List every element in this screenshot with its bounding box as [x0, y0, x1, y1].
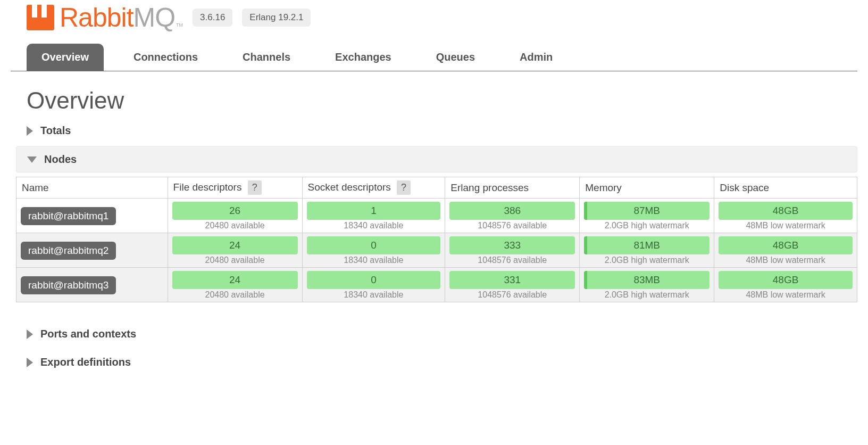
mem-cell: 83MB 2.0GB high watermark — [580, 268, 714, 302]
mem-sub: 2.0GB high watermark — [584, 221, 710, 230]
ep-cell: 386 1048576 available — [445, 199, 580, 233]
header: RabbitMQ TM 3.6.16 Erlang 19.2.1 — [11, 0, 857, 44]
tab-connections[interactable]: Connections — [119, 44, 213, 71]
sd-bar: 1 — [307, 202, 441, 220]
table-row: rabbit@rabbitmq1 26 20480 available 1 18… — [16, 199, 857, 233]
ep-cell: 333 1048576 available — [445, 233, 580, 268]
help-icon[interactable]: ? — [248, 180, 262, 195]
mem-cell: 87MB 2.0GB high watermark — [580, 199, 714, 233]
tab-exchanges[interactable]: Exchanges — [320, 44, 406, 71]
fd-sub: 20480 available — [172, 221, 298, 230]
disk-cell: 48GB 48MB low watermark — [714, 268, 857, 302]
tab-overview[interactable]: Overview — [27, 44, 104, 71]
section-ports: Ports and contexts — [16, 322, 857, 347]
sd-sub: 18340 available — [307, 256, 441, 265]
node-name-link[interactable]: rabbit@rabbitmq2 — [21, 242, 116, 260]
logo-text: RabbitMQ — [60, 2, 175, 33]
erlang-version-badge: Erlang 19.2.1 — [242, 9, 311, 27]
sd-bar: 0 — [307, 271, 441, 289]
mem-bar: 81MB — [584, 236, 710, 254]
node-name-link[interactable]: rabbit@rabbitmq1 — [21, 207, 116, 225]
version-badge: 3.6.16 — [193, 9, 232, 27]
col-disk-space[interactable]: Disk space — [714, 177, 857, 199]
fd-bar: 24 — [172, 236, 298, 254]
section-ports-header[interactable]: Ports and contexts — [16, 322, 857, 347]
tab-admin[interactable]: Admin — [505, 44, 567, 71]
chevron-right-icon — [27, 358, 33, 367]
section-totals: Totals — [16, 118, 857, 143]
col-fd-label: File descriptors — [173, 182, 242, 193]
sd-cell: 0 18340 available — [302, 233, 445, 268]
fd-bar: 24 — [172, 271, 298, 289]
disk-sub: 48MB low watermark — [719, 290, 853, 300]
mem-bar: 87MB — [584, 202, 710, 220]
page-title: Overview — [27, 87, 857, 114]
chevron-down-icon — [27, 156, 37, 163]
table-row: rabbit@rabbitmq2 24 20480 available 0 18… — [16, 233, 857, 268]
col-name[interactable]: Name — [16, 177, 168, 199]
mem-mark — [584, 271, 587, 289]
col-sd-label: Socket descriptors — [308, 182, 391, 193]
trademark-label: TM — [176, 22, 183, 28]
rabbitmq-logo-icon — [27, 5, 54, 30]
fd-bar: 26 — [172, 202, 298, 220]
ep-sub: 1048576 available — [449, 290, 575, 300]
col-socket-descriptors[interactable]: Socket descriptors ? — [302, 177, 445, 199]
section-nodes-header[interactable]: Nodes — [16, 146, 857, 172]
ep-sub: 1048576 available — [449, 221, 575, 230]
col-file-descriptors[interactable]: File descriptors ? — [168, 177, 302, 199]
mem-bar: 83MB — [584, 271, 710, 289]
section-totals-header[interactable]: Totals — [16, 118, 857, 143]
fd-sub: 20480 available — [172, 290, 298, 300]
fd-cell: 24 20480 available — [168, 233, 302, 268]
fd-cell: 26 20480 available — [168, 199, 302, 233]
disk-bar: 48GB — [719, 236, 853, 254]
mem-val: 87MB — [633, 205, 660, 216]
disk-sub: 48MB low watermark — [719, 221, 853, 230]
rabbitmq-logo[interactable]: RabbitMQ TM — [27, 2, 183, 33]
mem-val: 81MB — [633, 240, 660, 251]
section-nodes: Nodes — [16, 146, 857, 172]
fd-sub: 20480 available — [172, 256, 298, 265]
table-header-row: Name File descriptors ? Socket descripto… — [16, 177, 857, 199]
disk-cell: 48GB 48MB low watermark — [714, 233, 857, 268]
chevron-right-icon — [27, 126, 33, 136]
ep-bar: 386 — [449, 202, 575, 220]
mem-sub: 2.0GB high watermark — [584, 256, 710, 265]
mem-mark — [584, 236, 587, 254]
tab-queues[interactable]: Queues — [421, 44, 490, 71]
section-nodes-title: Nodes — [44, 153, 77, 166]
mem-sub: 2.0GB high watermark — [584, 290, 710, 300]
disk-bar: 48GB — [719, 202, 853, 220]
sd-sub: 18340 available — [307, 290, 441, 300]
sd-cell: 1 18340 available — [302, 199, 445, 233]
section-ports-title: Ports and contexts — [40, 328, 136, 340]
sd-cell: 0 18340 available — [302, 268, 445, 302]
ep-cell: 331 1048576 available — [445, 268, 580, 302]
sd-sub: 18340 available — [307, 221, 441, 230]
mem-mark — [584, 202, 587, 220]
table-row: rabbit@rabbitmq3 24 20480 available 0 18… — [16, 268, 857, 302]
section-export: Export definitions — [16, 350, 857, 375]
nodes-table: Name File descriptors ? Socket descripto… — [16, 177, 857, 302]
disk-sub: 48MB low watermark — [719, 256, 853, 265]
col-erlang-processes[interactable]: Erlang processes — [445, 177, 580, 199]
ep-bar: 331 — [449, 271, 575, 289]
section-export-header[interactable]: Export definitions — [16, 350, 857, 375]
node-name-link[interactable]: rabbit@rabbitmq3 — [21, 276, 116, 294]
ep-sub: 1048576 available — [449, 256, 575, 265]
help-icon[interactable]: ? — [397, 180, 411, 195]
section-export-title: Export definitions — [40, 356, 131, 368]
col-memory[interactable]: Memory — [580, 177, 714, 199]
disk-bar: 48GB — [719, 271, 853, 289]
sd-bar: 0 — [307, 236, 441, 254]
disk-cell: 48GB 48MB low watermark — [714, 199, 857, 233]
tab-channels[interactable]: Channels — [228, 44, 305, 71]
section-totals-title: Totals — [40, 125, 71, 137]
chevron-right-icon — [27, 329, 33, 339]
mem-val: 83MB — [633, 274, 660, 285]
fd-cell: 24 20480 available — [168, 268, 302, 302]
ep-bar: 333 — [449, 236, 575, 254]
main-tabs: Overview Connections Channels Exchanges … — [11, 44, 857, 71]
mem-cell: 81MB 2.0GB high watermark — [580, 233, 714, 268]
